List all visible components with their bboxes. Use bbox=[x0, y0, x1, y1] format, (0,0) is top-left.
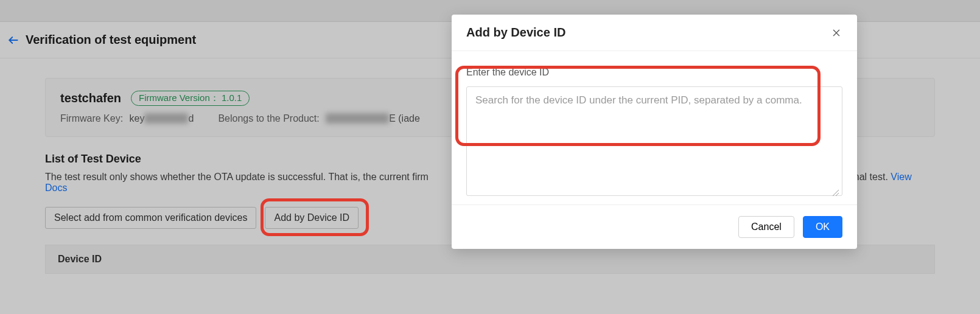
resize-handle-icon[interactable] bbox=[831, 187, 839, 195]
modal-title: Add by Device ID bbox=[466, 26, 565, 40]
cancel-button[interactable]: Cancel bbox=[738, 216, 794, 238]
device-id-textarea[interactable] bbox=[466, 86, 842, 196]
svg-line-4 bbox=[836, 193, 839, 196]
svg-line-3 bbox=[833, 190, 839, 196]
ok-button[interactable]: OK bbox=[803, 216, 842, 238]
add-device-modal: Add by Device ID Enter the device ID Can… bbox=[452, 15, 857, 249]
device-id-field-label: Enter the device ID bbox=[466, 67, 842, 78]
close-icon[interactable] bbox=[830, 27, 842, 39]
